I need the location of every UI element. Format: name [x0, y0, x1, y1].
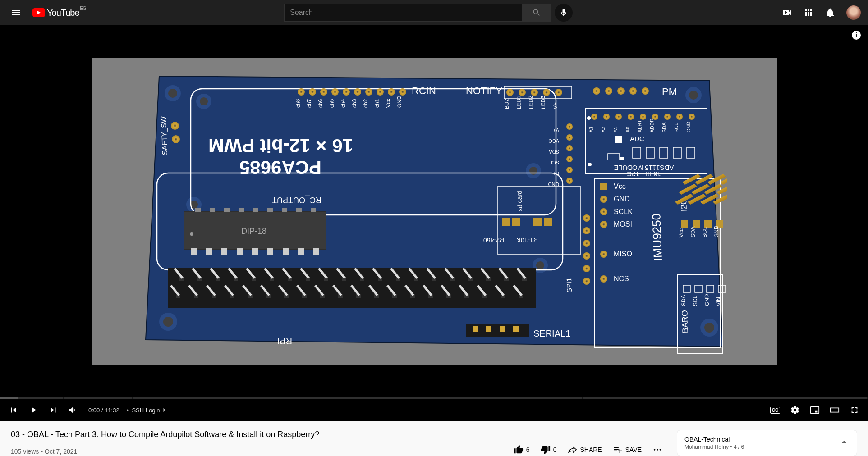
svg-point-126: [583, 265, 590, 272]
svg-point-73: [566, 156, 573, 162]
svg-point-87: [640, 114, 646, 120]
header-center: [284, 4, 573, 22]
header: YouTube EG: [0, 0, 868, 25]
svg-text:OE: OE: [552, 171, 559, 176]
next-button[interactable]: [45, 399, 61, 421]
svg-point-36: [320, 88, 327, 96]
svg-point-95: [689, 114, 695, 120]
svg-point-69: [566, 134, 573, 141]
svg-rect-153: [298, 248, 304, 255]
pcb-render: GNDVccch1ch2ch3ch4ch5ch6ch7ch8 RCIN BUZL…: [141, 67, 727, 356]
voice-search-button[interactable]: [555, 4, 573, 22]
cc-button[interactable]: CC: [767, 399, 783, 421]
svg-text:GND: GND: [614, 195, 630, 203]
svg-text:V+: V+: [553, 128, 559, 133]
search-icon: [532, 8, 541, 17]
svg-point-59: [642, 87, 649, 95]
header-right: [778, 4, 861, 22]
svg-rect-105: [620, 157, 624, 160]
svg-rect-151: [267, 248, 273, 255]
chapter-button[interactable]: • SSH Login: [127, 406, 168, 414]
svg-text:GND: GND: [548, 182, 559, 187]
svg-point-85: [628, 114, 634, 120]
svg-rect-130: [502, 218, 510, 226]
save-button[interactable]: SAVE: [609, 441, 645, 456]
svg-text:SERIAL1: SERIAL1: [533, 328, 570, 338]
playlist-card[interactable]: OBAL-Technical Mohammad Hefny • 4 / 6: [677, 430, 857, 456]
svg-text:PCA9685: PCA9685: [239, 157, 321, 178]
svg-point-7: [704, 323, 714, 333]
like-button[interactable]: 6: [510, 441, 533, 456]
svg-point-28: [365, 88, 372, 96]
volume-button[interactable]: [65, 399, 81, 421]
svg-text:16 BIT 12C: 16 BIT 12C: [627, 170, 661, 178]
gear-icon: [790, 405, 800, 415]
svg-text:A0: A0: [625, 126, 630, 132]
bell-icon: [825, 7, 836, 18]
svg-point-112: [600, 196, 607, 203]
svg-point-91: [664, 114, 671, 120]
svg-rect-137: [195, 208, 201, 212]
video-meta: 105 views • Oct 7, 2021: [11, 448, 77, 455]
theater-button[interactable]: [827, 399, 843, 421]
svg-point-75: [566, 167, 573, 173]
svg-text:LED2: LED2: [527, 95, 534, 109]
svg-point-11: [529, 167, 537, 175]
svg-point-30: [354, 88, 361, 96]
previous-button[interactable]: [5, 399, 22, 421]
info-card-button[interactable]: i: [852, 31, 861, 40]
svg-rect-145: [311, 208, 316, 212]
svg-text:SCLK: SCLK: [614, 208, 633, 215]
svg-point-225: [657, 449, 658, 451]
svg-text:ADDR: ADDR: [648, 118, 654, 132]
settings-button[interactable]: [787, 399, 803, 421]
more-actions-button[interactable]: [649, 441, 666, 456]
thumb-up-icon: [514, 445, 524, 455]
svg-text:SDA: SDA: [661, 122, 667, 132]
svg-point-120: [600, 275, 607, 283]
dislike-button[interactable]: 0: [537, 441, 560, 456]
more-icon: [652, 445, 662, 455]
svg-text:SDA: SDA: [548, 149, 559, 155]
hamburger-menu[interactable]: [7, 4, 25, 22]
share-button[interactable]: SHARE: [564, 441, 605, 456]
video-area[interactable]: i: [0, 25, 868, 397]
svg-rect-203: [513, 326, 519, 332]
svg-text:16 × 12-bit PWM: 16 × 12-bit PWM: [208, 135, 353, 156]
search-input[interactable]: [284, 4, 522, 22]
playlist-collapse-button[interactable]: [839, 437, 850, 449]
notifications-button[interactable]: [821, 4, 839, 22]
avatar[interactable]: [846, 5, 861, 20]
video-frame: GNDVccch1ch2ch3ch4ch5ch6ch7ch8 RCIN BUZL…: [92, 58, 777, 365]
svg-point-26: [377, 88, 384, 96]
miniplayer-button[interactable]: [807, 399, 823, 421]
svg-rect-154: [313, 248, 319, 255]
country-code: EG: [80, 6, 86, 11]
fullscreen-icon: [850, 405, 859, 415]
svg-text:SCL: SCL: [692, 295, 698, 306]
progress-bar[interactable]: [0, 397, 868, 399]
svg-text:ch6: ch6: [317, 99, 324, 108]
svg-text:RPI: RPI: [277, 336, 292, 346]
svg-text:sd card: sd card: [515, 191, 524, 211]
svg-rect-139: [224, 208, 230, 212]
svg-rect-98: [615, 136, 622, 143]
share-icon: [567, 445, 577, 455]
apps-button[interactable]: [799, 4, 817, 22]
svg-rect-110: [600, 183, 607, 190]
svg-point-34: [331, 88, 339, 96]
svg-text:NCS: NCS: [614, 275, 629, 283]
play-button[interactable]: [25, 399, 41, 421]
youtube-logo[interactable]: YouTube EG: [32, 8, 79, 18]
svg-point-93: [676, 114, 683, 120]
create-icon: [781, 7, 792, 18]
video-title: 03 - OBAL - Tech Part 3: How to Compile …: [11, 430, 666, 439]
search-button[interactable]: [522, 4, 551, 22]
save-icon: [613, 445, 623, 455]
svg-text:ch1: ch1: [373, 99, 380, 108]
theater-icon: [830, 405, 840, 415]
create-button[interactable]: [778, 4, 796, 22]
svg-point-61: [171, 122, 179, 130]
apps-icon: [803, 7, 814, 18]
fullscreen-button[interactable]: [846, 399, 863, 421]
